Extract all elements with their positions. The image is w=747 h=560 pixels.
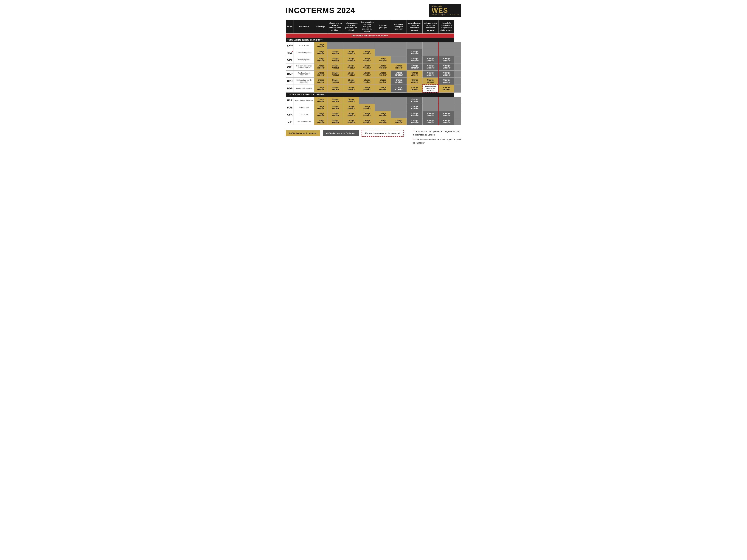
data-cell: Charge vendeur	[359, 77, 375, 85]
data-cell: Charge vendeur	[343, 118, 359, 125]
data-cell	[454, 77, 461, 85]
data-cell	[375, 104, 391, 111]
data-cell	[454, 42, 461, 49]
red-bar-text: Frais inclus dans la valeur en douane	[286, 33, 454, 38]
data-cell: Charge vendeur	[422, 77, 438, 85]
data-cell	[343, 42, 359, 49]
col-sigle: SIGLE	[286, 20, 294, 34]
desc-cell: Rendu au lieu de destination	[294, 70, 314, 77]
table-row: FCA*Franco transporteurCharge vendeurCha…	[286, 49, 461, 56]
data-cell: Charge vendeur	[343, 56, 359, 63]
data-cell: Charge vendeur	[391, 63, 407, 70]
data-cell: Charge vendeur	[327, 70, 343, 77]
data-cell: Charge acheteur	[407, 97, 422, 104]
data-cell	[454, 49, 461, 56]
desc-cell: Coût assurance fret	[294, 118, 314, 125]
table-row: CPTPort payé jusqu'àCharge vendeurCharge…	[286, 56, 461, 63]
col-incoterms: INCOTERMS	[294, 20, 314, 34]
table-row: CFRCoût et fretCharge vendeurCharge vend…	[286, 111, 461, 118]
table-row: CIFCoût assurance fretCharge vendeurChar…	[286, 118, 461, 125]
data-cell	[407, 42, 422, 49]
data-cell	[454, 97, 461, 104]
data-cell	[454, 56, 461, 63]
sigle-cell: CIF	[286, 118, 294, 125]
data-cell	[454, 85, 461, 92]
table-row: EXWSortie d'usineCharge vendeur	[286, 42, 461, 49]
sigle-cell: FOB	[286, 104, 294, 111]
data-cell: Charge vendeur	[438, 85, 454, 92]
data-cell: Charge vendeur	[343, 49, 359, 56]
sigle-cell: CPT	[286, 56, 294, 63]
data-cell: Charge acheteur	[438, 56, 454, 63]
desc-cell: Rendu droits acquittés	[294, 85, 314, 92]
logo-name: WES	[432, 7, 448, 14]
col-formalites: Formalités douanières à l'importation dr…	[438, 20, 454, 34]
sigle-cell: EXW	[286, 42, 294, 49]
data-cell	[391, 56, 407, 63]
sigle-cell: DAP	[286, 70, 294, 77]
data-cell	[422, 49, 438, 56]
data-cell: Charge vendeur	[375, 63, 391, 70]
footnote-cip: * * CIP: Assurance ad-valorem "tout risq…	[413, 138, 461, 144]
data-cell	[438, 42, 454, 49]
table-row: DDPRendu droits acquittésCharge vendeurC…	[286, 85, 461, 92]
data-cell: Charge acheteur	[407, 63, 422, 70]
desc-cell: Déchargé au lieu de destination	[294, 77, 314, 85]
page-title: INCOTERMS 2024	[286, 6, 355, 15]
col-dechargement: Déchargement au lieu de destination conv…	[422, 20, 438, 34]
sigle-cell: DDP	[286, 85, 294, 92]
data-cell: Charge vendeur	[375, 77, 391, 85]
data-cell	[422, 97, 438, 104]
data-cell	[438, 97, 454, 104]
data-cell: Charge vendeur	[327, 97, 343, 104]
desc-cell: Franco à bord	[294, 104, 314, 111]
legend: Coût à la charge du vendeur Coût à la ch…	[286, 130, 404, 137]
col-chargement-moyen: Chargement du moyen de transport princip…	[359, 20, 375, 34]
data-cell: Charge vendeur	[327, 118, 343, 125]
data-cell	[454, 70, 461, 77]
data-cell: Charge acheteur	[407, 56, 422, 63]
data-cell: Charge vendeur	[359, 85, 375, 92]
data-cell: Charge vendeur	[327, 111, 343, 118]
data-cell: Charge acheteur	[422, 56, 438, 63]
footnotes: * * FCA : Option OBL, preuve de chargeme…	[413, 130, 461, 146]
section-maritime: TRANSPORT MARITIME ET FLUVIALE	[286, 92, 461, 97]
data-cell: Charge acheteur	[422, 70, 438, 77]
data-cell	[391, 104, 407, 111]
data-cell: Charge vendeur	[359, 111, 375, 118]
desc-cell: Port payé assurance comprise jusqu'à	[294, 63, 314, 70]
table-row: CIP*Port payé assurance comprise jusqu'à…	[286, 63, 461, 70]
data-cell: Charge acheteur	[438, 77, 454, 85]
data-cell: Charge acheteur	[438, 63, 454, 70]
data-cell: Charge vendeur	[407, 85, 422, 92]
data-cell: Charge vendeur	[314, 56, 327, 63]
col-transport-principal: Transport principal	[375, 20, 391, 34]
col-assurance: Assurance transport principal	[391, 20, 407, 34]
section-all-transport: TOUS LES MODES DE TRANSPORT	[286, 38, 461, 42]
data-cell: Charge vendeur	[407, 70, 422, 77]
data-cell: Charge acheteur	[391, 85, 407, 92]
data-cell: Charge vendeur	[327, 63, 343, 70]
data-cell	[422, 104, 438, 111]
legend-seller: Coût à la charge du vendeur	[286, 130, 320, 136]
data-cell	[375, 97, 391, 104]
desc-cell: Sortie d'usine	[294, 42, 314, 49]
data-cell: Charge vendeur	[327, 104, 343, 111]
table-row: DPUDéchargé au lieu de destinationCharge…	[286, 77, 461, 85]
data-cell: En fonction du contrat de transport	[422, 85, 438, 92]
data-cell: Charge acheteur	[407, 104, 422, 111]
data-cell	[438, 49, 454, 56]
data-cell: Charge vendeur	[343, 63, 359, 70]
data-cell	[359, 42, 375, 49]
data-cell	[391, 42, 407, 49]
sigle-cell: CFR	[286, 111, 294, 118]
data-cell: Charge acheteur	[438, 111, 454, 118]
data-cell: Charge vendeur	[407, 77, 422, 85]
col-emballage: Emballage	[314, 20, 327, 34]
data-cell	[327, 42, 343, 49]
data-cell: Charge vendeur	[359, 104, 375, 111]
footnote-fca: * * FCA : Option OBL, preuve de chargeme…	[413, 130, 461, 136]
data-cell: Charge vendeur	[391, 118, 407, 125]
data-cell	[454, 104, 461, 111]
data-cell	[391, 111, 407, 118]
